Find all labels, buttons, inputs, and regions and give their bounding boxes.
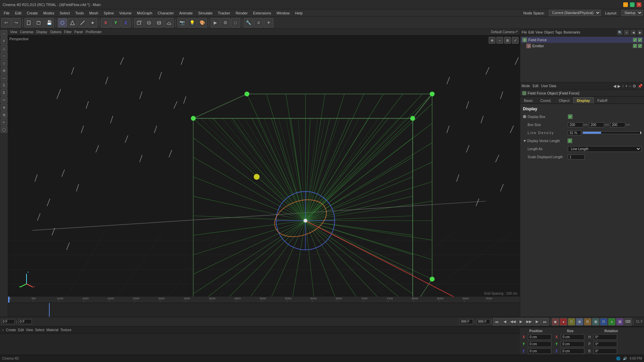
props-menu-userdata[interactable]: User Data: [541, 84, 556, 88]
go-to-start-button[interactable]: ⏮: [493, 318, 500, 325]
vp-menu-cameras[interactable]: Cameras: [20, 30, 34, 34]
z-size-input[interactable]: [561, 348, 584, 354]
maximize-button[interactable]: □: [630, 2, 635, 7]
timeline-track[interactable]: [8, 303, 520, 317]
menu-volume[interactable]: Volume: [117, 10, 134, 16]
cube-button[interactable]: [134, 18, 144, 27]
record-orange-button[interactable]: ⊞: [584, 318, 591, 325]
light2-button[interactable]: ☀: [264, 18, 273, 27]
frame-preview-end-input[interactable]: [460, 319, 473, 324]
left-tool-7[interactable]: —: [1, 74, 7, 81]
props-settings[interactable]: ⚙: [633, 84, 636, 88]
auto-key-button[interactable]: ⏺: [552, 318, 559, 325]
props-menu-mode[interactable]: Mode: [522, 84, 530, 88]
vp-nav-2[interactable]: ↔: [496, 37, 503, 44]
displayvector-checkbox[interactable]: ✓: [568, 138, 572, 143]
redo-button[interactable]: ↪: [11, 18, 21, 27]
props-nav-up[interactable]: ↑: [622, 84, 624, 88]
render-region-button[interactable]: □: [231, 18, 240, 27]
menu-help[interactable]: Help: [292, 10, 305, 16]
left-tool-8[interactable]: S: [1, 82, 7, 88]
boxsize-z-input[interactable]: [610, 122, 625, 127]
props-zoom-in[interactable]: +: [625, 84, 628, 88]
record-pos-button[interactable]: ⊙: [568, 318, 575, 325]
cb-menu-select[interactable]: Select: [35, 328, 45, 332]
vp-menu-options[interactable]: Options: [50, 30, 61, 34]
om-filter-button[interactable]: ≡: [624, 30, 629, 35]
x-axis-button[interactable]: X: [101, 18, 110, 27]
om-nav-back[interactable]: ◀: [631, 30, 636, 35]
props-menu-edit[interactable]: Edit: [533, 84, 538, 88]
render-button[interactable]: ▶: [211, 18, 220, 27]
vp-menu-prorender[interactable]: ProRender: [86, 30, 102, 34]
menu-create[interactable]: Create: [24, 10, 40, 16]
cb-menu-edit[interactable]: Edit: [18, 328, 24, 332]
record-all-button[interactable]: ◉: [576, 318, 583, 325]
menu-character[interactable]: Character: [155, 10, 176, 16]
om-nav-forward[interactable]: ▶: [637, 30, 643, 35]
cb-menu-view[interactable]: View: [26, 328, 33, 332]
menu-animate[interactable]: Animate: [177, 10, 195, 16]
h-rot-input[interactable]: [594, 334, 617, 340]
node-space-select[interactable]: Current (Standard/Physical): [549, 10, 601, 16]
om-menu-bookmarks[interactable]: Bookmarks: [564, 31, 580, 34]
om-menu-edit[interactable]: Edit: [528, 31, 534, 34]
props-nav-forward[interactable]: ▶: [618, 84, 621, 88]
edge-mode-button[interactable]: [78, 18, 87, 27]
left-tool-5[interactable]: ◇: [1, 60, 7, 66]
minimize-button[interactable]: ─: [623, 2, 628, 7]
vp-menu-view[interactable]: View: [10, 30, 17, 34]
camera-button[interactable]: 📷: [177, 18, 187, 27]
menu-render[interactable]: Render: [233, 10, 250, 16]
frame-start-input[interactable]: [18, 319, 32, 324]
fieldforce-render[interactable]: ✓: [638, 38, 642, 42]
render-settings-button[interactable]: ⚙: [221, 18, 230, 27]
cb-menu-material[interactable]: Material: [46, 328, 58, 332]
tab-falloff[interactable]: Falloff: [594, 97, 611, 104]
x-size-input[interactable]: [561, 334, 584, 340]
next-frame-button[interactable]: ▶: [533, 318, 541, 325]
om-search-button[interactable]: 🔍: [617, 30, 623, 35]
undo-button[interactable]: ↩: [1, 18, 11, 27]
y-size-input[interactable]: [561, 341, 584, 347]
linedensity-slider[interactable]: [583, 131, 641, 134]
play-reverse-button[interactable]: ◀◀: [509, 318, 517, 325]
play-button[interactable]: ▶: [517, 318, 525, 325]
viewport-canvas[interactable]: Perspective Grid Spacing : 100 cm ⊕ ↔ ⊞ …: [8, 36, 520, 297]
frame-end-input[interactable]: [477, 319, 490, 324]
left-tool-6[interactable]: ⊞: [1, 67, 7, 74]
menu-select[interactable]: Select: [57, 10, 72, 16]
scaledisplayed-input[interactable]: [568, 155, 585, 160]
light-button[interactable]: 💡: [187, 18, 197, 27]
fieldforce-visible[interactable]: ✓: [633, 38, 637, 42]
props-pin[interactable]: 📌: [638, 84, 643, 88]
magnet-button[interactable]: 🔧: [244, 18, 253, 27]
left-tool-14[interactable]: ◯: [1, 126, 7, 133]
left-tool-12[interactable]: ⊞: [1, 111, 7, 118]
object-item-emitter[interactable]: ◎ Emitter ✓ ✓: [521, 43, 643, 49]
props-zoom-out[interactable]: −: [629, 84, 631, 88]
menu-simulate[interactable]: Simulate: [196, 10, 215, 16]
props-nav-back[interactable]: ◀: [613, 84, 616, 88]
tab-object[interactable]: Object: [555, 97, 573, 104]
vp-nav-4[interactable]: ⤢: [512, 37, 519, 44]
y-pos-input[interactable]: [528, 341, 551, 347]
left-tool-2[interactable]: #: [1, 38, 7, 44]
x-pos-input[interactable]: [528, 334, 551, 340]
menu-modes[interactable]: Modes: [41, 10, 57, 16]
vp-menu-panel[interactable]: Panel: [74, 30, 83, 34]
tab-basic[interactable]: Basic: [520, 97, 537, 104]
emitter-render[interactable]: ✓: [638, 44, 642, 48]
cb-menu-create[interactable]: Create: [6, 328, 16, 332]
cb-menu-texture[interactable]: Texture: [60, 328, 71, 332]
left-tool-3[interactable]: △: [1, 45, 7, 52]
vp-nav-3[interactable]: ⊞: [504, 37, 511, 44]
material-button[interactable]: 🎨: [198, 18, 207, 27]
layout-select[interactable]: Startup: [622, 10, 643, 16]
mesh-mode-button[interactable]: [68, 18, 77, 27]
purple-button[interactable]: ▦: [616, 318, 624, 325]
save-button[interactable]: 💾: [45, 18, 54, 27]
left-tool-4[interactable]: ○: [1, 52, 7, 59]
tab-display[interactable]: Display: [573, 97, 594, 104]
linedensity-input[interactable]: [568, 130, 581, 135]
